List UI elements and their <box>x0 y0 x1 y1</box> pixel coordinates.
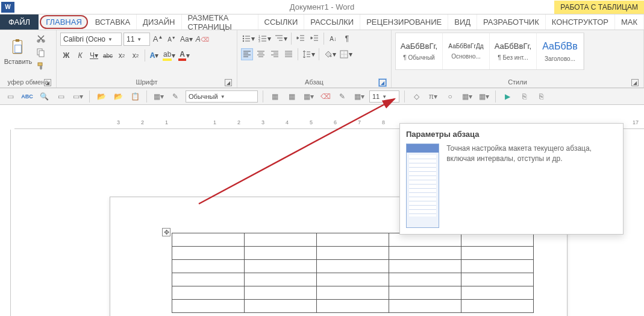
font-color-button[interactable]: A▾ <box>178 49 190 62</box>
qb-layout-icon[interactable]: ▦▾ <box>460 90 474 103</box>
justify-button[interactable] <box>283 48 295 60</box>
highlight-button[interactable]: ab▾ <box>162 49 176 62</box>
table-row[interactable] <box>172 300 534 313</box>
paste-button[interactable]: Вставить <box>4 33 33 71</box>
tab-review[interactable]: РЕЦЕНЗИРОВАНИЕ <box>360 14 448 30</box>
increase-indent-button[interactable] <box>308 33 320 45</box>
vertical-ruler[interactable] <box>0 130 11 316</box>
bullets-button[interactable]: ▾ <box>241 33 255 45</box>
numbering-button[interactable]: 123▾ <box>257 33 272 45</box>
qb-style-combo[interactable]: Обычный▼ <box>186 90 258 103</box>
table-row[interactable] <box>172 273 534 286</box>
align-left-button[interactable] <box>241 48 253 60</box>
table-move-handle[interactable]: ✥ <box>162 228 170 236</box>
contextual-tab-table-tools[interactable]: РАБОТА С ТАБЛИЦАМ <box>554 1 644 14</box>
italic-button[interactable]: К <box>74 49 86 62</box>
copy-button[interactable] <box>35 46 47 58</box>
show-marks-button[interactable]: ¶ <box>341 33 353 45</box>
bold-button[interactable]: Ж <box>60 49 72 62</box>
qb-circle-icon[interactable]: ○ <box>443 90 457 103</box>
qb-pencil-icon[interactable]: ✎ <box>336 90 349 103</box>
tab-home[interactable]: ГЛАВНАЯ <box>40 15 88 29</box>
qb-scale2-icon[interactable]: ▭▾ <box>71 90 84 103</box>
brush-icon <box>36 62 46 71</box>
tab-view[interactable]: ВИД <box>448 14 477 30</box>
ribbon-group-font: Calibri (Осно▼ 11▼ A▲ A▼ Aa▾ A⌫ Ж К Ч▾ a… <box>57 30 237 87</box>
qb-open-icon[interactable]: 📂 <box>95 90 108 103</box>
tab-table-layout[interactable]: МАК <box>615 14 644 30</box>
qb-table-icon[interactable]: ▦▾ <box>152 90 165 103</box>
line-spacing-button[interactable]: ▾ <box>301 48 316 60</box>
font-group-label: Шрифт <box>136 78 157 86</box>
superscript-button[interactable]: x2 <box>130 49 142 62</box>
qb-field-icon[interactable]: ⎘ <box>517 90 531 103</box>
qb-eqn-icon[interactable]: π▾ <box>427 90 440 103</box>
style-no-spacing[interactable]: АаБбВвГг,¶ Без инт... <box>490 33 537 69</box>
table-row[interactable] <box>172 247 534 260</box>
svg-text:3: 3 <box>258 39 260 43</box>
tab-insert[interactable]: ВСТАВКА <box>89 14 137 30</box>
grow-font-button[interactable]: A▲ <box>152 33 164 45</box>
qb-borders2-icon[interactable]: ▦▾ <box>352 90 366 103</box>
annotation-arrow <box>193 95 404 210</box>
borders-button[interactable]: ▾ <box>339 48 353 60</box>
qb-merge-icon[interactable]: ▦▾ <box>302 90 315 103</box>
shading-button[interactable]: ▾ <box>322 48 337 60</box>
style-heading1[interactable]: АаБбВвЗаголово... <box>537 33 584 69</box>
strikethrough-button[interactable]: abc <box>102 49 114 62</box>
qb-size-combo[interactable]: 11▼ <box>369 90 399 103</box>
ribbon-group-styles: АаБбВвГг,¶ Обычный АаБбВвГгДдОсновно... … <box>392 30 644 87</box>
qb-spelling-icon[interactable]: ABC <box>20 90 34 103</box>
qb-draw-table-icon[interactable]: ✎ <box>169 90 182 103</box>
tab-file[interactable]: ФАЙЛ <box>0 14 39 30</box>
qb-flag-icon[interactable]: ▶ <box>501 90 514 103</box>
tab-table-design[interactable]: КОНСТРУКТОР <box>546 14 615 30</box>
table-row[interactable] <box>172 260 534 273</box>
document-table[interactable] <box>172 233 534 313</box>
clear-formatting-button[interactable]: A⌫ <box>195 33 210 45</box>
tab-references[interactable]: ССЫЛКИ <box>258 14 305 30</box>
tab-design[interactable]: ДИЗАЙН <box>137 14 181 30</box>
align-left-icon <box>242 49 252 59</box>
justify-icon <box>284 49 293 59</box>
multilevel-list-button[interactable]: ▾ <box>274 33 288 45</box>
styles-launcher[interactable]: ◢ <box>631 79 639 86</box>
format-painter-button[interactable] <box>35 60 47 72</box>
style-normal[interactable]: АаБбВвГг,¶ Обычный <box>396 33 443 69</box>
font-launcher[interactable]: ◢ <box>225 79 232 86</box>
table-row[interactable] <box>172 286 534 300</box>
style-body-text[interactable]: АаБбВвГгДдОсновно... <box>443 33 490 69</box>
qb-macro-icon[interactable]: ⎘ <box>534 90 548 103</box>
cut-button[interactable] <box>35 33 47 45</box>
font-size-combo[interactable]: 11▼ <box>123 33 150 46</box>
clipboard-launcher[interactable]: ◢ <box>44 79 51 86</box>
style-gallery[interactable]: АаБбВвГг,¶ Обычный АаБбВвГгДдОсновно... … <box>395 33 584 70</box>
align-center-icon <box>256 49 266 59</box>
qb-eraser-icon[interactable]: ⌫ <box>319 90 332 103</box>
tab-developer[interactable]: РАЗРАБОТЧИК <box>477 14 546 30</box>
subscript-button[interactable]: x2 <box>116 49 128 62</box>
align-right-button[interactable] <box>269 48 281 60</box>
qb-preview-icon[interactable]: 🔍 <box>37 90 51 103</box>
tab-page-layout[interactable]: РАЗМЕТКА СТРАНИЦЫ <box>182 14 258 30</box>
decrease-indent-button[interactable] <box>295 33 307 45</box>
qb-props-icon[interactable]: ▦▾ <box>477 90 490 103</box>
qb-open2-icon[interactable]: 📂 <box>111 90 125 103</box>
change-case-button[interactable]: Aa▾ <box>180 33 193 45</box>
qb-insert-rows-icon[interactable]: ▦ <box>268 90 281 103</box>
text-effects-button[interactable]: A▾ <box>148 49 160 62</box>
table-row[interactable] <box>172 233 534 247</box>
align-center-button[interactable] <box>255 48 267 60</box>
qb-scale1-icon[interactable]: ▭ <box>54 90 67 103</box>
qb-new-icon[interactable]: ▭ <box>4 90 17 103</box>
tab-mailings[interactable]: РАССЫЛКИ <box>304 14 360 30</box>
underline-button[interactable]: Ч▾ <box>88 49 100 62</box>
font-name-combo[interactable]: Calibri (Осно▼ <box>60 33 122 46</box>
sort-button[interactable]: А↓ <box>327 33 339 45</box>
svg-point-10 <box>243 40 244 42</box>
qb-paste-icon[interactable]: 📋 <box>128 90 142 103</box>
qb-insert-cols-icon[interactable]: ▦ <box>285 90 298 103</box>
shrink-font-button[interactable]: A▼ <box>166 33 178 45</box>
paragraph-launcher[interactable]: ◢ <box>379 79 386 86</box>
qb-shape-icon[interactable]: ◇ <box>410 90 423 103</box>
